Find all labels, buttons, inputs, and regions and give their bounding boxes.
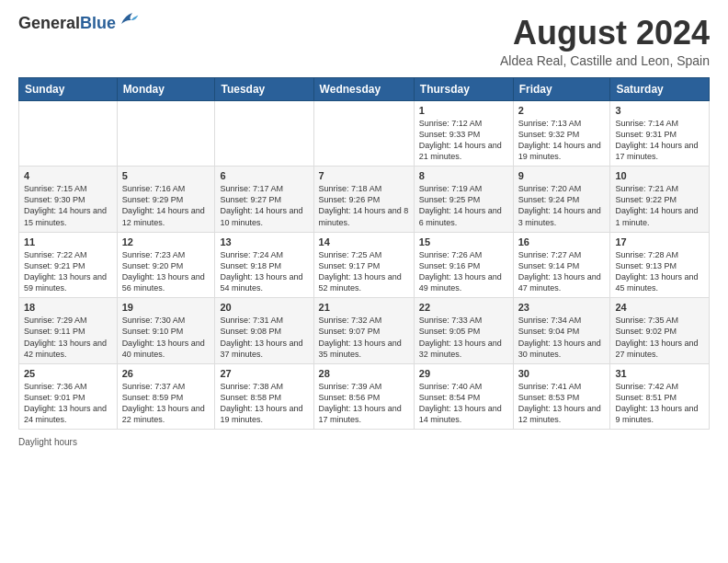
day-number: 12 bbox=[122, 236, 210, 247]
calendar-header-tuesday: Tuesday bbox=[215, 77, 313, 100]
calendar-week-row: 11Sunrise: 7:22 AM Sunset: 9:21 PM Dayli… bbox=[19, 232, 710, 298]
day-info: Sunrise: 7:18 AM Sunset: 9:26 PM Dayligh… bbox=[319, 183, 409, 228]
calendar-cell: 28Sunrise: 7:39 AM Sunset: 8:56 PM Dayli… bbox=[313, 363, 414, 430]
footer: Daylight hours bbox=[18, 437, 710, 447]
day-number: 15 bbox=[419, 236, 508, 247]
logo-text: GeneralBlue bbox=[18, 15, 116, 33]
day-info: Sunrise: 7:25 AM Sunset: 9:17 PM Dayligh… bbox=[319, 249, 409, 294]
calendar-header-saturday: Saturday bbox=[610, 77, 710, 100]
day-info: Sunrise: 7:16 AM Sunset: 9:29 PM Dayligh… bbox=[122, 183, 210, 228]
day-number: 19 bbox=[122, 302, 210, 313]
logo-blue: Blue bbox=[80, 14, 116, 32]
logo-bird-icon bbox=[118, 9, 140, 31]
day-number: 29 bbox=[419, 368, 508, 379]
day-number: 1 bbox=[419, 105, 508, 116]
calendar-cell: 31Sunrise: 7:42 AM Sunset: 8:51 PM Dayli… bbox=[610, 363, 710, 430]
calendar-header-friday: Friday bbox=[513, 77, 610, 100]
day-number: 18 bbox=[24, 302, 112, 313]
calendar-week-row: 1Sunrise: 7:12 AM Sunset: 9:33 PM Daylig… bbox=[19, 100, 710, 167]
calendar-cell: 24Sunrise: 7:35 AM Sunset: 9:02 PM Dayli… bbox=[610, 298, 710, 364]
day-number: 6 bbox=[220, 170, 308, 181]
day-number: 14 bbox=[319, 236, 409, 247]
calendar-cell: 1Sunrise: 7:12 AM Sunset: 9:33 PM Daylig… bbox=[414, 100, 513, 167]
day-number: 31 bbox=[615, 368, 704, 379]
day-info: Sunrise: 7:22 AM Sunset: 9:21 PM Dayligh… bbox=[24, 249, 112, 294]
logo-general: General bbox=[18, 14, 80, 32]
calendar-cell: 18Sunrise: 7:29 AM Sunset: 9:11 PM Dayli… bbox=[19, 298, 118, 364]
daylight-label: Daylight hours bbox=[18, 437, 77, 447]
calendar-table: SundayMondayTuesdayWednesdayThursdayFrid… bbox=[18, 77, 710, 431]
day-number: 9 bbox=[518, 170, 606, 181]
day-info: Sunrise: 7:30 AM Sunset: 9:10 PM Dayligh… bbox=[122, 315, 210, 360]
day-info: Sunrise: 7:40 AM Sunset: 8:54 PM Dayligh… bbox=[419, 381, 508, 426]
day-number: 28 bbox=[319, 368, 409, 379]
calendar-week-row: 4Sunrise: 7:15 AM Sunset: 9:30 PM Daylig… bbox=[19, 167, 710, 233]
calendar-cell: 16Sunrise: 7:27 AM Sunset: 9:14 PM Dayli… bbox=[513, 232, 610, 298]
day-info: Sunrise: 7:41 AM Sunset: 8:53 PM Dayligh… bbox=[518, 381, 606, 426]
header: GeneralBlue August 2024 Aldea Real, Cast… bbox=[18, 15, 710, 68]
main-title: August 2024 bbox=[500, 15, 710, 52]
calendar-cell: 7Sunrise: 7:18 AM Sunset: 9:26 PM Daylig… bbox=[313, 167, 414, 233]
day-number: 26 bbox=[122, 368, 210, 379]
calendar-cell: 12Sunrise: 7:23 AM Sunset: 9:20 PM Dayli… bbox=[117, 232, 215, 298]
calendar-week-row: 25Sunrise: 7:36 AM Sunset: 9:01 PM Dayli… bbox=[19, 363, 710, 430]
calendar-cell bbox=[19, 100, 118, 167]
calendar-cell: 26Sunrise: 7:37 AM Sunset: 8:59 PM Dayli… bbox=[117, 363, 215, 430]
calendar-cell: 3Sunrise: 7:14 AM Sunset: 9:31 PM Daylig… bbox=[610, 100, 710, 167]
day-info: Sunrise: 7:37 AM Sunset: 8:59 PM Dayligh… bbox=[122, 381, 210, 426]
calendar-cell: 5Sunrise: 7:16 AM Sunset: 9:29 PM Daylig… bbox=[117, 167, 215, 233]
day-number: 2 bbox=[518, 105, 606, 116]
calendar-cell: 25Sunrise: 7:36 AM Sunset: 9:01 PM Dayli… bbox=[19, 363, 118, 430]
calendar-cell: 11Sunrise: 7:22 AM Sunset: 9:21 PM Dayli… bbox=[19, 232, 118, 298]
day-info: Sunrise: 7:19 AM Sunset: 9:25 PM Dayligh… bbox=[419, 183, 508, 228]
day-info: Sunrise: 7:28 AM Sunset: 9:13 PM Dayligh… bbox=[615, 249, 704, 294]
calendar-week-row: 18Sunrise: 7:29 AM Sunset: 9:11 PM Dayli… bbox=[19, 298, 710, 364]
calendar-header-row: SundayMondayTuesdayWednesdayThursdayFrid… bbox=[19, 77, 710, 100]
day-number: 3 bbox=[615, 105, 704, 116]
day-info: Sunrise: 7:39 AM Sunset: 8:56 PM Dayligh… bbox=[319, 381, 409, 426]
day-number: 16 bbox=[518, 236, 606, 247]
calendar-header-wednesday: Wednesday bbox=[313, 77, 414, 100]
calendar-cell: 14Sunrise: 7:25 AM Sunset: 9:17 PM Dayli… bbox=[313, 232, 414, 298]
calendar-cell: 9Sunrise: 7:20 AM Sunset: 9:24 PM Daylig… bbox=[513, 167, 610, 233]
day-info: Sunrise: 7:17 AM Sunset: 9:27 PM Dayligh… bbox=[220, 183, 308, 228]
day-info: Sunrise: 7:34 AM Sunset: 9:04 PM Dayligh… bbox=[518, 315, 606, 360]
sub-title: Aldea Real, Castille and Leon, Spain bbox=[500, 53, 710, 68]
title-block: August 2024 Aldea Real, Castille and Leo… bbox=[500, 15, 710, 68]
day-info: Sunrise: 7:24 AM Sunset: 9:18 PM Dayligh… bbox=[220, 249, 308, 294]
day-info: Sunrise: 7:21 AM Sunset: 9:22 PM Dayligh… bbox=[615, 183, 704, 228]
day-number: 21 bbox=[319, 302, 409, 313]
calendar-cell: 15Sunrise: 7:26 AM Sunset: 9:16 PM Dayli… bbox=[414, 232, 513, 298]
calendar-cell: 20Sunrise: 7:31 AM Sunset: 9:08 PM Dayli… bbox=[215, 298, 313, 364]
calendar-cell: 17Sunrise: 7:28 AM Sunset: 9:13 PM Dayli… bbox=[610, 232, 710, 298]
day-number: 22 bbox=[419, 302, 508, 313]
day-number: 13 bbox=[220, 236, 308, 247]
calendar-header-monday: Monday bbox=[117, 77, 215, 100]
day-number: 17 bbox=[615, 236, 704, 247]
day-number: 8 bbox=[419, 170, 508, 181]
day-info: Sunrise: 7:13 AM Sunset: 9:32 PM Dayligh… bbox=[518, 118, 606, 163]
day-number: 7 bbox=[319, 170, 409, 181]
day-number: 24 bbox=[615, 302, 704, 313]
calendar-cell: 6Sunrise: 7:17 AM Sunset: 9:27 PM Daylig… bbox=[215, 167, 313, 233]
day-number: 10 bbox=[615, 170, 704, 181]
day-info: Sunrise: 7:27 AM Sunset: 9:14 PM Dayligh… bbox=[518, 249, 606, 294]
day-number: 25 bbox=[24, 368, 112, 379]
calendar-cell: 4Sunrise: 7:15 AM Sunset: 9:30 PM Daylig… bbox=[19, 167, 118, 233]
day-info: Sunrise: 7:20 AM Sunset: 9:24 PM Dayligh… bbox=[518, 183, 606, 228]
day-info: Sunrise: 7:26 AM Sunset: 9:16 PM Dayligh… bbox=[419, 249, 508, 294]
calendar-cell: 21Sunrise: 7:32 AM Sunset: 9:07 PM Dayli… bbox=[313, 298, 414, 364]
day-number: 5 bbox=[122, 170, 210, 181]
calendar-header-sunday: Sunday bbox=[19, 77, 118, 100]
day-info: Sunrise: 7:29 AM Sunset: 9:11 PM Dayligh… bbox=[24, 315, 112, 360]
day-info: Sunrise: 7:38 AM Sunset: 8:58 PM Dayligh… bbox=[220, 381, 308, 426]
calendar-cell bbox=[215, 100, 313, 167]
day-number: 30 bbox=[518, 368, 606, 379]
day-number: 23 bbox=[518, 302, 606, 313]
day-info: Sunrise: 7:15 AM Sunset: 9:30 PM Dayligh… bbox=[24, 183, 112, 228]
calendar-cell bbox=[117, 100, 215, 167]
calendar-cell: 23Sunrise: 7:34 AM Sunset: 9:04 PM Dayli… bbox=[513, 298, 610, 364]
day-info: Sunrise: 7:32 AM Sunset: 9:07 PM Dayligh… bbox=[319, 315, 409, 360]
day-info: Sunrise: 7:36 AM Sunset: 9:01 PM Dayligh… bbox=[24, 381, 112, 426]
day-number: 27 bbox=[220, 368, 308, 379]
